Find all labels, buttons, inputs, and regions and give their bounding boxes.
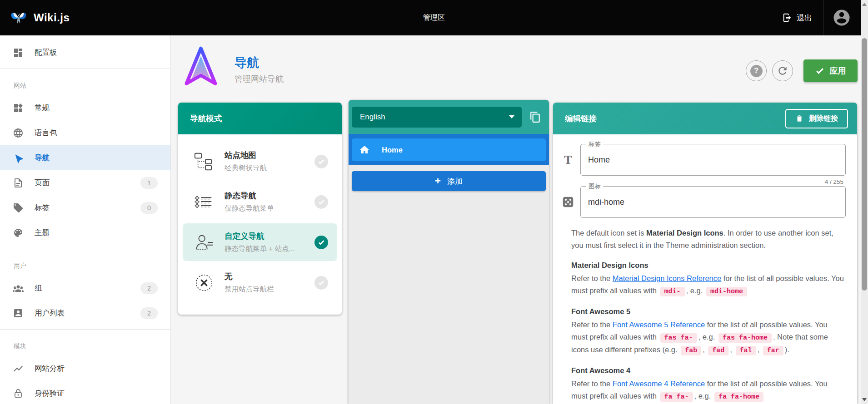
format-title-icon: T (560, 152, 576, 168)
icon-input[interactable] (588, 187, 838, 217)
nav-mode-option-sitemap[interactable]: 站点地图 经典树状导航 (183, 143, 337, 180)
sidebar-item-pages[interactable]: 页面 1 (0, 170, 170, 195)
sidebar-item-auth[interactable]: 身份验证 (0, 381, 170, 404)
icon-picker-icon (560, 194, 576, 210)
label-field: 标签 (580, 144, 846, 176)
globe-icon (13, 128, 24, 138)
nav-mode-option-none[interactable]: 无 禁用站点导航栏 (183, 264, 337, 301)
sidebar-item-analytics[interactable]: 网站分析 (0, 356, 170, 381)
label-input[interactable] (588, 144, 838, 175)
copy-locale-button[interactable] (525, 107, 545, 127)
page-subtitle: 管理网站导航 (234, 74, 284, 84)
scroll-down-arrow-icon[interactable] (862, 398, 867, 401)
sidebar-item-tags[interactable]: 标签 0 (0, 195, 170, 220)
sidebar-item-label: 常规 (35, 103, 50, 113)
sidebar-item-label: 导航 (35, 153, 50, 163)
apply-label: 应用 (830, 65, 846, 76)
reference-link[interactable]: Font Awesome 5 Reference (613, 320, 705, 329)
icon-field: 图标 (580, 186, 846, 218)
logout-button[interactable]: 退出 (779, 9, 815, 27)
lock-icon (13, 388, 24, 399)
delete-link-label: 删除链接 (809, 114, 838, 123)
scroll-up-arrow-icon[interactable] (862, 3, 867, 6)
code-chip: fa fa-home (714, 392, 763, 402)
custom-nav-icon (194, 232, 215, 253)
code-chip: fas fa- (660, 333, 697, 343)
apply-button[interactable]: 应用 (803, 59, 858, 82)
nav-item-home[interactable]: Home (352, 138, 546, 161)
option-subtitle: 禁用站点导航栏 (224, 285, 314, 294)
groups-count-badge: 2 (140, 282, 158, 294)
tree-selected-wrap: Home (349, 134, 549, 165)
account-group-icon (13, 283, 24, 294)
navigation-icon (13, 153, 24, 163)
reference-link[interactable]: Font Awesome 4 Reference (613, 379, 705, 388)
sidebar-item-theme[interactable]: 主题 (0, 220, 170, 245)
sidebar-section-modules: 模块 (0, 330, 170, 356)
refresh-button[interactable] (772, 60, 793, 81)
code-chip: mdi- (660, 287, 685, 296)
check-circle-icon-selected (314, 236, 328, 249)
sidebar-item-label: 标签 (35, 203, 50, 213)
option-title: 站点地图 (224, 150, 314, 161)
option-subtitle: 经典树状导航 (224, 163, 314, 173)
check-circle-icon (314, 195, 328, 209)
locale-tree-panel: English Home + 添加 (349, 100, 549, 404)
sidebar-item-label: 主题 (35, 228, 50, 238)
topbar-divider (823, 0, 823, 35)
logout-label: 退出 (797, 13, 812, 23)
sidebar-section-site: 网站 (0, 69, 170, 95)
sidebar-item-dashboard[interactable]: 配置板 (0, 40, 170, 65)
static-list-icon (194, 192, 215, 212)
option-title: 自定义导航 (224, 231, 314, 241)
add-link-label: 添加 (447, 176, 463, 187)
sidebar-item-label: 语言包 (35, 128, 57, 138)
navigation-page-logo (184, 45, 218, 87)
nav-item-label: Home (382, 146, 403, 154)
code-chip: mdi-home (706, 287, 747, 296)
logout-icon (782, 13, 792, 23)
tag-icon (13, 202, 24, 213)
sidebar-item-label: 网站分析 (35, 364, 65, 374)
home-icon (359, 144, 370, 155)
sidebar-item-navigation[interactable]: 导航 (0, 145, 170, 170)
chart-line-icon (13, 363, 24, 374)
palette-icon (13, 227, 24, 238)
nav-mode-header: 导航模式 (178, 103, 342, 134)
sidebar-item-user-list[interactable]: 用户列表 2 (0, 301, 170, 325)
sidebar-item-label: 身份验证 (35, 389, 65, 399)
code-chip: fad (708, 346, 728, 355)
document-icon (13, 177, 24, 188)
scrollbar-thumb[interactable] (862, 38, 867, 291)
nav-mode-option-static[interactable]: 静态导航 仅静态导航菜单 (183, 183, 337, 221)
option-subtitle: 静态导航菜单 + 站点... (224, 244, 314, 254)
edit-link-header: 编辑链接 删除链接 (553, 103, 857, 134)
sidebar-item-locales[interactable]: 语言包 (0, 120, 170, 145)
admin-sidebar: 配置板 网站 常规 语言包 导航 页面 1 标签 0 (0, 35, 171, 404)
delete-link-button[interactable]: 删除链接 (785, 109, 848, 128)
admin-area-label: 管理区 (0, 13, 868, 23)
sidebar-item-label: 组 (35, 283, 42, 293)
nav-mode-title: 导航模式 (190, 113, 222, 124)
option-title: 静态导航 (224, 190, 314, 201)
sidebar-item-general[interactable]: 常规 (0, 95, 170, 120)
tags-count-badge: 0 (140, 202, 158, 214)
account-box-icon (13, 308, 24, 319)
users-count-badge: 2 (140, 307, 158, 319)
sidebar-item-label: 页面 (35, 178, 50, 188)
icon-help-text: The default icon set is Material Design … (553, 218, 857, 403)
user-avatar[interactable] (832, 8, 852, 28)
page-scrollbar[interactable] (861, 0, 868, 404)
language-select[interactable]: English (352, 107, 522, 128)
reference-link[interactable]: Material Design Icons Reference (613, 274, 721, 282)
help-icon: ? (750, 65, 763, 77)
dashboard-icon (13, 47, 24, 58)
edit-link-panel: 编辑链接 删除链接 T 标签 4 / 255 图标 The default ic… (553, 103, 857, 404)
widgets-icon (13, 103, 24, 113)
add-link-button[interactable]: + 添加 (352, 171, 546, 191)
check-circle-icon (314, 276, 328, 290)
trash-icon (795, 114, 803, 123)
nav-mode-option-custom[interactable]: 自定义导航 静态导航菜单 + 站点... (183, 223, 337, 261)
help-button[interactable]: ? (746, 60, 767, 81)
sidebar-item-groups[interactable]: 组 2 (0, 276, 170, 301)
